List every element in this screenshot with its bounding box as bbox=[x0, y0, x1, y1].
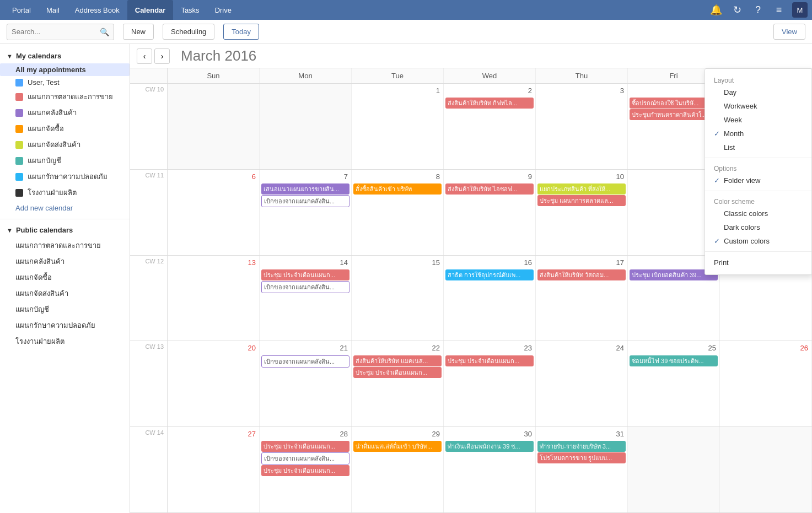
day-cell[interactable]: 26 bbox=[720, 341, 812, 426]
pub-item-1[interactable]: แผนกคลังสินค้า bbox=[0, 253, 130, 269]
bell-icon[interactable]: 🔔 bbox=[708, 4, 724, 16]
day-cell[interactable] bbox=[628, 427, 720, 512]
day-cell[interactable]: 6 bbox=[168, 170, 260, 255]
layout-list[interactable]: List bbox=[705, 141, 811, 154]
today-button[interactable]: Today bbox=[223, 24, 259, 40]
pub-item-5[interactable]: แผนกรักษาความปลอดภัย bbox=[0, 317, 130, 333]
day-cell[interactable]: 28ประชุม ประจำเดือนแผนก...เบิกของจากแผนก… bbox=[260, 427, 352, 512]
day-cell[interactable]: 8สั่งซื้อสินค้าเข้า บริษัท bbox=[352, 170, 444, 255]
search-input[interactable] bbox=[12, 28, 100, 36]
day-cell[interactable]: 24 bbox=[536, 341, 628, 426]
event-pill[interactable]: ประชุม แผนกการตลาดแล... bbox=[537, 195, 626, 206]
event-pill[interactable]: ส่งสินค้าให้บริษัท วัสดอม... bbox=[537, 269, 626, 280]
day-cell[interactable]: 16สาธิต การใช้อุปกรณ์ดับเพ... bbox=[444, 256, 536, 341]
refresh-icon[interactable]: ↻ bbox=[729, 4, 745, 16]
day-cell[interactable] bbox=[720, 427, 812, 512]
layout-day[interactable]: Day bbox=[705, 85, 811, 99]
day-cell[interactable]: 31ทำรายรับ-รายจ่ายบริษัท 3...โปรโหมดการข… bbox=[536, 427, 628, 512]
event-pill[interactable]: ประชุม ประจำเดือนแผนก... bbox=[261, 441, 349, 452]
event-pill[interactable]: สาธิต การใช้อุปกรณ์ดับเพ... bbox=[445, 269, 534, 280]
event-pill[interactable]: ส่งสินค้าให้บริษัท กิฟทไล... bbox=[445, 98, 534, 109]
event-pill[interactable]: ประชุม ประจำเดือนแผนก... bbox=[261, 269, 349, 280]
my-calendars-header[interactable]: ▼ My calendars bbox=[0, 48, 130, 63]
help-icon[interactable]: ? bbox=[750, 4, 766, 16]
sidebar-item-all-appointments[interactable]: All my appointments bbox=[0, 63, 130, 76]
menu-icon[interactable]: ≡ bbox=[771, 4, 787, 16]
day-cell[interactable]: 7เสนอแนวแผนผการขายสิน...เบิกของจากแผนกคล… bbox=[260, 170, 352, 255]
event-pill[interactable]: แยกประเภทสินค้า ที่ส่งให้... bbox=[537, 183, 626, 195]
event-pill[interactable]: ทำรายรับ-รายจ่ายบริษัท 3... bbox=[537, 441, 626, 452]
day-cell[interactable]: 25ซ่อมหนี้ไฟ 39 ซอยประดิพ... bbox=[628, 341, 720, 426]
color-dark[interactable]: Dark colors bbox=[705, 220, 811, 234]
nav-tasks[interactable]: Tasks bbox=[173, 0, 207, 20]
sidebar-item-purchase[interactable]: แผนกจัดซื้อ bbox=[0, 121, 130, 137]
day-cell[interactable]: 22ส่งสินค้าให้บริษัท แมคเนส...ประชุม ประ… bbox=[352, 341, 444, 426]
color-classic[interactable]: Classic colors bbox=[705, 207, 811, 220]
search-bar[interactable]: 🔍 bbox=[7, 24, 114, 40]
nav-portal[interactable]: Portal bbox=[4, 0, 39, 20]
nav-mail[interactable]: Mail bbox=[39, 0, 67, 20]
sidebar-item-accounting[interactable]: แผนกบัญชี bbox=[0, 153, 130, 169]
event-pill[interactable]: โปรโหมดการขาย รูปแบบ... bbox=[537, 452, 626, 463]
option-folder-view[interactable]: ✓ Folder view bbox=[705, 174, 811, 187]
day-cell[interactable]: 13 bbox=[168, 256, 260, 341]
day-cell[interactable]: 14ประชุม ประจำเดือนแผนก...เบิกของจากแผนก… bbox=[260, 256, 352, 341]
day-cell[interactable]: 27 bbox=[168, 427, 260, 512]
event-pill[interactable]: ซ่อมหนี้ไฟ 39 ซอยประดิพ... bbox=[630, 355, 718, 366]
next-month-button[interactable]: › bbox=[154, 48, 170, 64]
event-pill[interactable]: ส่งสินค้าให้บริษัท ไอซอฟ... bbox=[445, 183, 534, 195]
day-cell[interactable]: 9ส่งสินค้าให้บริษัท ไอซอฟ... bbox=[444, 170, 536, 255]
event-pill[interactable]: เบิกของจากแผนกคลังสิน... bbox=[261, 281, 349, 293]
nav-calendar[interactable]: Calendar bbox=[127, 0, 174, 20]
event-pill[interactable]: เบิกของจากแผนกคลังสิน... bbox=[261, 355, 349, 368]
event-pill[interactable]: สั่งซื้อสินค้าเข้า บริษัท bbox=[353, 183, 442, 195]
day-cell[interactable]: 30ทำเงินเดือนพนักงาน 39 ช... bbox=[444, 427, 536, 512]
sidebar-item-factory[interactable]: โรงงานฝ่ายผลิต bbox=[0, 185, 130, 201]
sidebar-item-warehouse[interactable]: แผนกคลังสินค้า bbox=[0, 105, 130, 121]
search-icon[interactable]: 🔍 bbox=[100, 28, 109, 36]
nav-addressbook[interactable]: Address Book bbox=[67, 0, 127, 20]
add-new-calendar[interactable]: Add new calendar bbox=[0, 201, 130, 215]
view-button[interactable]: View bbox=[773, 24, 805, 40]
event-pill[interactable]: ส่งสินค้าให้บริษัท แมคเนส... bbox=[353, 355, 442, 366]
avatar[interactable]: M bbox=[792, 2, 808, 18]
day-cell[interactable]: 21เบิกของจากแผนกคลังสิน... bbox=[260, 341, 352, 426]
event-pill[interactable]: ประชุม ประจำเดือนแผนก... bbox=[261, 465, 349, 476]
layout-week[interactable]: Week bbox=[705, 113, 811, 127]
layout-workweek[interactable]: Workweek bbox=[705, 99, 811, 113]
day-cell[interactable] bbox=[168, 84, 260, 169]
color-custom[interactable]: ✓ Custom colors bbox=[705, 234, 811, 248]
day-cell[interactable]: 15 bbox=[352, 256, 444, 341]
new-button[interactable]: New bbox=[123, 24, 154, 40]
event-pill[interactable]: นำดื่มแนสเล่ห์ดื่มเข้า บริษัท... bbox=[353, 441, 442, 452]
public-calendars-header[interactable]: ▼ Public calendars bbox=[0, 223, 130, 237]
day-cell[interactable]: 23ประชุม ประจำเดือนแผนก... bbox=[444, 341, 536, 426]
pub-item-0[interactable]: แผนกการตลาดและการขาย bbox=[0, 237, 130, 253]
day-cell[interactable]: 29นำดื่มแนสเล่ห์ดื่มเข้า บริษัท... bbox=[352, 427, 444, 512]
event-pill[interactable]: ทำเงินเดือนพนักงาน 39 ช... bbox=[445, 441, 534, 452]
pub-item-3[interactable]: แผนกจัดส่งสินค้า bbox=[0, 285, 130, 301]
sidebar-item-marketing[interactable]: แผนกการตลาดและการขาย bbox=[0, 89, 130, 105]
day-cell[interactable]: 1 bbox=[352, 84, 444, 169]
event-pill[interactable]: ประชุม ประจำเดือนแผนก... bbox=[353, 367, 442, 378]
pub-item-4[interactable]: แผนกบัญชี bbox=[0, 301, 130, 317]
day-cell[interactable]: 17ส่งสินค้าให้บริษัท วัสดอม... bbox=[536, 256, 628, 341]
prev-month-button[interactable]: ‹ bbox=[137, 48, 152, 64]
event-pill[interactable]: เบิกของจากแผนกคลังสิน... bbox=[261, 452, 349, 465]
pub-item-2[interactable]: แผนกจัดซื้อ bbox=[0, 269, 130, 285]
nav-drive[interactable]: Drive bbox=[207, 0, 239, 20]
event-pill[interactable]: เบิกของจากแผนกคลังสิน... bbox=[261, 195, 349, 207]
event-pill[interactable]: เสนอแนวแผนผการขายสิน... bbox=[261, 183, 349, 195]
day-cell[interactable]: 20 bbox=[168, 341, 260, 426]
sidebar-item-security[interactable]: แผนกรักษาความปลอดภัย bbox=[0, 169, 130, 185]
event-pill[interactable]: ประชุม ประจำเดือนแผนก... bbox=[445, 355, 534, 366]
day-cell[interactable]: 2ส่งสินค้าให้บริษัท กิฟทไล... bbox=[444, 84, 536, 169]
day-cell[interactable]: 10แยกประเภทสินค้า ที่ส่งให้...ประชุม แผน… bbox=[536, 170, 628, 255]
scheduling-button[interactable]: Scheduling bbox=[163, 24, 214, 40]
day-cell[interactable]: 3 bbox=[536, 84, 628, 169]
sidebar-item-user-test[interactable]: User, Test bbox=[0, 76, 130, 89]
sidebar-item-shipping[interactable]: แผนกจัดส่งสินค้า bbox=[0, 137, 130, 153]
pub-item-6[interactable]: โรงงานฝ่ายผลิต bbox=[0, 333, 130, 349]
layout-month[interactable]: ✓ Month bbox=[705, 127, 811, 141]
day-cell[interactable] bbox=[260, 84, 352, 169]
